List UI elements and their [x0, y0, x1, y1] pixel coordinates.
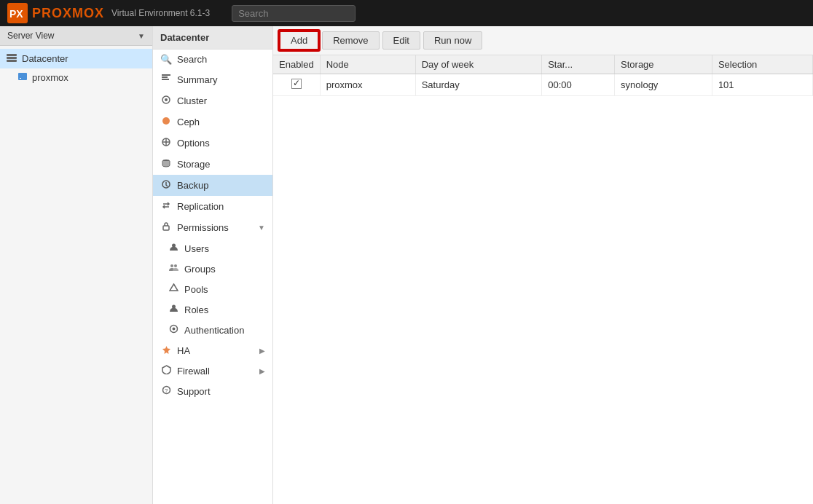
svg-rect-8 [162, 76, 168, 78]
sidebar-item-roles[interactable]: Roles [153, 299, 272, 320]
sidebar-item-authentication[interactable]: Authentication [153, 320, 272, 340]
backup-icon [160, 179, 172, 192]
svg-point-11 [165, 98, 168, 101]
search-icon: 🔍 [160, 54, 172, 65]
sidebar-item-replication-label: Replication [177, 201, 224, 212]
left-panel: Server View ▼ Datacenter proxmox [0, 26, 153, 504]
sidebar-item-ha[interactable]: HA ▶ [153, 340, 272, 361]
col-enabled: Enabled [273, 55, 320, 74]
sidebar-item-backup[interactable]: Backup [153, 175, 272, 196]
logo-area: PX PROXMOX Virtual Environment 6.1-3 [7, 3, 210, 23]
tree-area: Datacenter proxmox [0, 46, 152, 90]
svg-point-12 [162, 117, 170, 125]
col-day-of-week: Day of week [415, 55, 541, 74]
cell-day-of-week: Saturday [415, 74, 541, 96]
cell-selection: 101 [712, 74, 812, 96]
cell-node: proxmox [320, 74, 415, 96]
sidebar-item-summary-label: Summary [177, 74, 218, 85]
svg-rect-3 [7, 57, 17, 59]
add-button[interactable]: Add [279, 31, 319, 50]
sidebar-item-firewall[interactable]: Firewall ▶ [153, 361, 272, 381]
sidebar-item-pools[interactable]: Pools [153, 279, 272, 299]
sidebar-item-backup-label: Backup [177, 180, 208, 191]
replication-icon [160, 200, 172, 213]
run-now-button[interactable]: Run now [423, 31, 482, 50]
ha-chevron-icon: ▶ [259, 347, 265, 355]
table-row[interactable]: proxmox Saturday 00:00 synology 101 [273, 74, 813, 96]
svg-rect-18 [163, 226, 169, 230]
options-icon [160, 137, 172, 149]
sidebar-item-cluster[interactable]: Cluster [153, 90, 272, 111]
users-icon [168, 243, 179, 254]
proxmox-logo-icon: PX [7, 3, 28, 23]
permissions-chevron-icon: ▼ [258, 224, 265, 232]
sidebar-item-permissions[interactable]: Permissions ▼ [153, 217, 272, 238]
col-node: Node [320, 55, 415, 74]
enabled-checkbox-icon [291, 79, 302, 89]
svg-rect-6 [20, 78, 21, 79]
col-start-time: Star... [542, 55, 615, 74]
global-search-input[interactable] [232, 5, 356, 22]
sidebar-item-users[interactable]: Users [153, 238, 272, 259]
sidebar-item-roles-label: Roles [184, 304, 208, 315]
server-view-header[interactable]: Server View ▼ [0, 26, 152, 46]
server-view-label: Server View [7, 31, 54, 41]
table-container: Enabled Node Day of week Star... Storage… [273, 55, 813, 504]
cell-start-time: 00:00 [542, 74, 615, 96]
cell-enabled [273, 74, 320, 96]
sidebar-item-search-label: Search [177, 54, 207, 65]
col-storage: Storage [615, 55, 712, 74]
sidebar-item-storage-label: Storage [177, 159, 211, 170]
ceph-icon [160, 116, 172, 128]
sidebar-item-permissions-label: Permissions [177, 222, 229, 233]
sidebar-item-pools-label: Pools [184, 284, 208, 295]
toolbar: Add Remove Edit Run now [273, 26, 813, 55]
svg-point-21 [174, 264, 177, 267]
sidebar-item-groups-label: Groups [184, 264, 216, 275]
groups-icon [168, 263, 179, 275]
cell-storage: synology [615, 74, 712, 96]
roles-icon [168, 304, 179, 315]
ha-icon [160, 344, 172, 356]
storage-icon [160, 158, 172, 170]
sidebar-item-authentication-label: Authentication [184, 325, 244, 336]
tree-item-datacenter[interactable]: Datacenter [0, 49, 152, 68]
sidebar-item-support[interactable]: ? Support [153, 381, 272, 401]
col-selection: Selection [712, 55, 812, 74]
sidebar-item-support-label: Support [177, 386, 211, 397]
sidebar-item-options[interactable]: Options [153, 133, 272, 154]
content-area: Add Remove Edit Run now Enabled Node Day… [273, 26, 813, 504]
logo-text: PROXMOX [32, 6, 104, 21]
sidebar-item-groups[interactable]: Groups [153, 259, 272, 279]
authentication-icon [168, 324, 179, 336]
svg-rect-2 [7, 54, 17, 56]
remove-button[interactable]: Remove [322, 31, 379, 50]
sidebar-item-summary[interactable]: Summary [153, 69, 272, 90]
backup-table: Enabled Node Day of week Star... Storage… [273, 55, 813, 96]
topbar: PX PROXMOX Virtual Environment 6.1-3 [0, 0, 813, 26]
tree-item-proxmox-label: proxmox [32, 72, 68, 83]
summary-icon [160, 74, 172, 86]
sidebar-item-ceph[interactable]: Ceph [153, 111, 272, 133]
sidebar-item-search[interactable]: 🔍 Search [153, 50, 272, 69]
svg-point-25 [172, 328, 175, 331]
sidebar-item-storage[interactable]: Storage [153, 154, 272, 175]
svg-rect-7 [162, 74, 170, 76]
cluster-icon [160, 95, 172, 107]
server-view-chevron-icon: ▼ [138, 32, 145, 40]
svg-rect-5 [18, 73, 27, 80]
firewall-icon [160, 365, 172, 377]
sidebar-item-replication[interactable]: Replication [153, 196, 272, 217]
svg-marker-22 [170, 284, 178, 291]
sidebar-item-ha-label: HA [177, 345, 190, 356]
svg-text:?: ? [165, 387, 168, 394]
mid-sidebar: Datacenter 🔍 Search Summary Cluster Ceph [153, 26, 273, 504]
edit-button[interactable]: Edit [382, 31, 420, 50]
tree-item-proxmox[interactable]: proxmox [0, 68, 152, 87]
tree-item-datacenter-label: Datacenter [22, 53, 68, 64]
server-icon [17, 71, 28, 84]
sidebar-item-firewall-label: Firewall [177, 366, 210, 377]
svg-point-20 [170, 264, 173, 267]
pools-icon [168, 283, 179, 295]
sidebar-item-cluster-label: Cluster [177, 95, 207, 106]
